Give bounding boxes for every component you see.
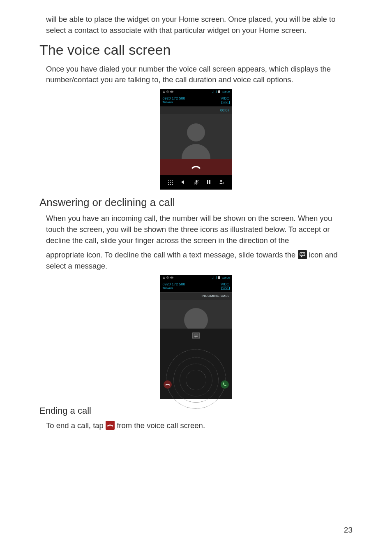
svg-rect-13 [172, 184, 173, 185]
svg-rect-5 [168, 180, 169, 181]
call-header: 0920 172 588 Taiwan VIBO VIBO [160, 280, 232, 292]
phone-number: 0920 172 588 [163, 96, 185, 100]
svg-rect-19 [300, 253, 305, 256]
svg-point-18 [220, 180, 222, 182]
intro-paragraph: will be able to place the widget on your… [39, 14, 353, 36]
contact-avatar [160, 300, 232, 329]
answer-slider-area[interactable] [160, 329, 232, 394]
signal-battery-icon [212, 90, 221, 93]
message-icon[interactable] [192, 332, 200, 339]
svg-rect-27 [194, 334, 198, 337]
ending-paragraph: To end a call, tap from the voice call s… [39, 420, 353, 431]
call-duration: 00:07 [160, 107, 232, 114]
svg-point-29 [196, 335, 197, 335]
carrier: VIBO [221, 96, 230, 100]
svg-rect-10 [172, 182, 173, 183]
ending-post: from the voice call screen. [117, 421, 205, 430]
heading-voice-call-screen: The voice call screen [39, 42, 353, 58]
speaker-icon[interactable] [181, 180, 186, 185]
svg-rect-25 [218, 276, 220, 279]
svg-rect-3 [218, 90, 220, 93]
status-bar: 19:05 [160, 275, 232, 280]
page-number: 23 [344, 526, 353, 534]
hangup-icon [191, 164, 201, 169]
svg-rect-11 [168, 184, 169, 185]
dialpad-icon[interactable] [168, 180, 173, 185]
heading-answer-decline: Answering or declining a call [39, 196, 353, 209]
svg-point-23 [167, 278, 168, 278]
status-time: 19:05 [222, 276, 230, 280]
contact-avatar [160, 114, 232, 159]
answer-paragraph-2: appropriate icon. To decline the call wi… [39, 250, 353, 272]
accept-call-icon[interactable] [221, 380, 229, 389]
answer-para2-pre: appropriate icon. To decline the call wi… [46, 250, 298, 259]
svg-rect-4 [219, 90, 219, 90]
location: Taiwan [163, 286, 185, 290]
hangup-button[interactable] [160, 159, 232, 175]
svg-point-1 [167, 91, 168, 92]
decline-call-icon[interactable] [164, 380, 172, 389]
add-call-icon[interactable] [219, 180, 224, 185]
incoming-call-label: INCOMING CALL [160, 292, 232, 300]
svg-point-2 [170, 91, 173, 93]
svg-rect-7 [172, 180, 173, 181]
svg-rect-9 [170, 182, 171, 183]
mute-icon[interactable] [194, 180, 199, 185]
svg-rect-8 [168, 182, 169, 183]
ending-pre: To end a call, tap [46, 421, 106, 430]
hangup-icon [106, 421, 115, 430]
svg-rect-17 [209, 180, 210, 184]
svg-rect-16 [207, 180, 208, 184]
screenshot-voice-call: 19:05 0920 172 588 Taiwan VIBO VIBO 00:0… [160, 89, 232, 190]
carrier-badge: VIBO [221, 287, 229, 290]
message-icon [298, 250, 307, 259]
signal-battery-icon [212, 276, 221, 279]
phone-number: 0920 172 588 [163, 282, 185, 286]
status-left-icons [162, 90, 174, 93]
voice-paragraph: Once you have dialed your number the voi… [39, 64, 353, 86]
status-time: 19:05 [222, 90, 230, 94]
svg-rect-12 [170, 184, 171, 185]
svg-rect-26 [219, 276, 219, 276]
svg-point-28 [195, 335, 196, 335]
call-options-row [160, 175, 232, 190]
svg-point-24 [170, 277, 173, 279]
status-bar: 19:05 [160, 89, 232, 95]
location: Taiwan [163, 100, 185, 104]
svg-point-21 [303, 253, 304, 254]
screenshot-incoming-call: 19:05 0920 172 588 Taiwan VIBO VIBO INCO… [160, 275, 232, 399]
carrier: VIBO [221, 282, 230, 286]
answer-paragraph-1: When you have an incoming call, the numb… [39, 213, 353, 246]
svg-point-20 [301, 253, 302, 254]
status-left-icons [162, 276, 174, 279]
call-header: 0920 172 588 Taiwan VIBO VIBO [160, 95, 232, 107]
carrier-badge: VIBO [221, 101, 229, 104]
hold-icon[interactable] [207, 180, 211, 185]
svg-rect-6 [170, 180, 171, 181]
page-footer: 23 [39, 522, 353, 535]
